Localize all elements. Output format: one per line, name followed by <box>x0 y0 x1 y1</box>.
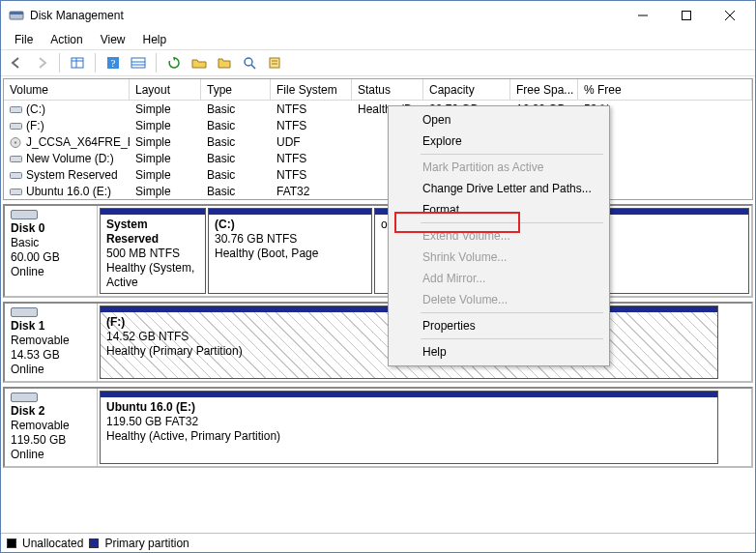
titlebar: Disk Management <box>1 1 755 30</box>
toolbar-separator <box>95 53 96 73</box>
toolbar-back-button[interactable] <box>5 52 28 73</box>
col-type[interactable]: Type <box>201 79 271 101</box>
svg-rect-24 <box>11 172 22 178</box>
toolbar-help-icon[interactable]: ? <box>102 52 125 73</box>
volume-fs: NTFS <box>271 152 352 165</box>
column-headers: Volume Layout Type File System Status Ca… <box>4 79 752 101</box>
volume-name: New Volume (D:) <box>26 152 114 165</box>
disk-info[interactable]: Disk 2Removable119.50 GBOnline <box>5 389 98 466</box>
disk-icon <box>11 307 38 317</box>
partition-size: 30.76 GB NTFS <box>215 232 297 246</box>
ctx-format[interactable]: Format... <box>392 199 606 220</box>
volume-layout: Simple <box>130 185 201 198</box>
volume-layout: Simple <box>130 135 201 149</box>
col-layout[interactable]: Layout <box>130 79 201 101</box>
volume-type: Basic <box>201 135 271 149</box>
disk-state: Online <box>11 265 91 279</box>
ctx-add-mirror: Add Mirror... <box>392 268 606 289</box>
volume-name: System Reserved <box>26 168 118 182</box>
toolbar-separator <box>59 53 60 73</box>
disk-state: Online <box>11 448 91 462</box>
volume-type: Basic <box>201 185 271 198</box>
disk-label: Disk 0 <box>11 221 91 236</box>
volume-name: Ubuntu 16.0 (E:) <box>26 185 111 198</box>
volume-row[interactable]: Ubuntu 16.0 (E:)SimpleBasicFAT32% <box>4 183 752 199</box>
window-maximize-button[interactable] <box>664 2 708 29</box>
col-capacity[interactable]: Capacity <box>423 79 510 101</box>
partition[interactable]: System Reserved500 MB NTFSHealthy (Syste… <box>100 208 206 294</box>
volume-row[interactable]: (F:)SimpleBasicNTFS% <box>4 117 752 133</box>
volume-row[interactable]: New Volume (D:)SimpleBasicNTFS0 % <box>4 150 752 166</box>
volume-fs: NTFS <box>271 102 352 116</box>
legend: Unallocated Primary partition <box>1 533 755 552</box>
disk-state: Online <box>11 363 91 377</box>
disk-icon <box>11 393 38 402</box>
volume-name: (C:) <box>26 102 45 116</box>
volume-type: Basic <box>201 152 271 165</box>
window-close-button[interactable] <box>708 2 751 29</box>
menu-action[interactable]: Action <box>43 31 90 48</box>
partition-status: Healthy (System, Active <box>106 261 194 289</box>
volume-row[interactable]: (C:)SimpleBasicNTFSHealthy (B...30.76 GB… <box>4 101 752 117</box>
partition-status: Healthy (Boot, Page <box>215 247 318 260</box>
ctx-mark-active: Mark Partition as Active <box>392 157 606 178</box>
partition[interactable]: Ubuntu 16.0 (E:)119.50 GB FAT32Healthy (… <box>100 391 718 464</box>
svg-rect-27 <box>12 308 38 317</box>
drive-icon <box>10 154 22 163</box>
disk-icon <box>11 210 38 219</box>
svg-point-22 <box>15 141 16 143</box>
col-free[interactable]: Free Spa... <box>510 79 578 101</box>
col-pfree[interactable]: % Free <box>578 79 752 101</box>
toolbar-properties-icon[interactable] <box>263 52 286 73</box>
toolbar-details-icon[interactable] <box>66 52 89 73</box>
disk-info[interactable]: Disk 1Removable14.53 GBOnline <box>5 304 98 381</box>
toolbar-open-icon[interactable] <box>188 52 211 73</box>
disk-pane: Disk 1Removable14.53 GBOnline(F:)14.52 G… <box>3 302 753 383</box>
partition-title: (F:) <box>106 315 125 329</box>
toolbar-folder-icon[interactable] <box>213 52 236 73</box>
ctx-shrink: Shrink Volume... <box>392 247 606 268</box>
window-minimize-button[interactable] <box>621 2 664 29</box>
col-status[interactable]: Status <box>352 79 423 101</box>
disk-map: Disk 0Basic60.00 GBOnlineSystem Reserved… <box>3 204 753 531</box>
disk-size: 14.53 GB <box>11 348 91 363</box>
ctx-properties[interactable]: Properties <box>392 315 606 336</box>
toolbar-separator <box>156 53 157 73</box>
svg-line-15 <box>251 65 255 69</box>
svg-rect-11 <box>131 58 145 68</box>
toolbar-view-icon[interactable] <box>127 52 150 73</box>
ctx-help[interactable]: Help <box>392 341 606 363</box>
volume-row[interactable]: System ReservedSimpleBasicNTFS% <box>4 166 752 183</box>
partition[interactable]: (C:)30.76 GB NTFSHealthy (Boot, Page <box>208 208 372 294</box>
disk-kind: Removable <box>11 334 91 348</box>
toolbar-forward-button[interactable] <box>30 52 53 73</box>
toolbar-search-icon[interactable] <box>238 52 261 73</box>
ctx-change-letter[interactable]: Change Drive Letter and Paths... <box>392 178 606 199</box>
volume-list: Volume Layout Type File System Status Ca… <box>3 78 753 200</box>
ctx-explore[interactable]: Explore <box>392 131 606 152</box>
volume-fs: NTFS <box>271 168 352 182</box>
menu-file[interactable]: File <box>7 31 41 48</box>
partition-status: Healthy (Active, Primary Partition) <box>106 429 280 443</box>
disk-kind: Removable <box>11 419 91 433</box>
volume-layout: Simple <box>130 102 201 116</box>
ctx-open[interactable]: Open <box>392 109 606 131</box>
toolbar-refresh-icon[interactable] <box>162 52 186 73</box>
svg-rect-23 <box>11 156 22 161</box>
svg-rect-6 <box>72 58 83 68</box>
volume-name: J_CCSA_X64FRE_E... <box>26 135 130 149</box>
menu-help[interactable]: Help <box>135 31 175 48</box>
disk-pane: Disk 0Basic60.00 GBOnlineSystem Reserved… <box>3 204 753 298</box>
volume-name: (F:) <box>26 119 44 132</box>
legend-unallocated: Unallocated <box>22 537 83 550</box>
svg-rect-19 <box>11 106 22 112</box>
partition-size: 14.52 GB NTFS <box>106 330 189 343</box>
disk-kind: Basic <box>11 236 91 250</box>
col-volume[interactable]: Volume <box>4 79 130 101</box>
drive-icon <box>10 187 22 196</box>
menu-view[interactable]: View <box>93 31 133 48</box>
volume-row[interactable]: J_CCSA_X64FRE_E...SimpleBasicUDF% <box>4 133 752 150</box>
col-fs[interactable]: File System <box>271 79 352 101</box>
svg-rect-16 <box>270 58 279 68</box>
disk-info[interactable]: Disk 0Basic60.00 GBOnline <box>5 206 98 296</box>
